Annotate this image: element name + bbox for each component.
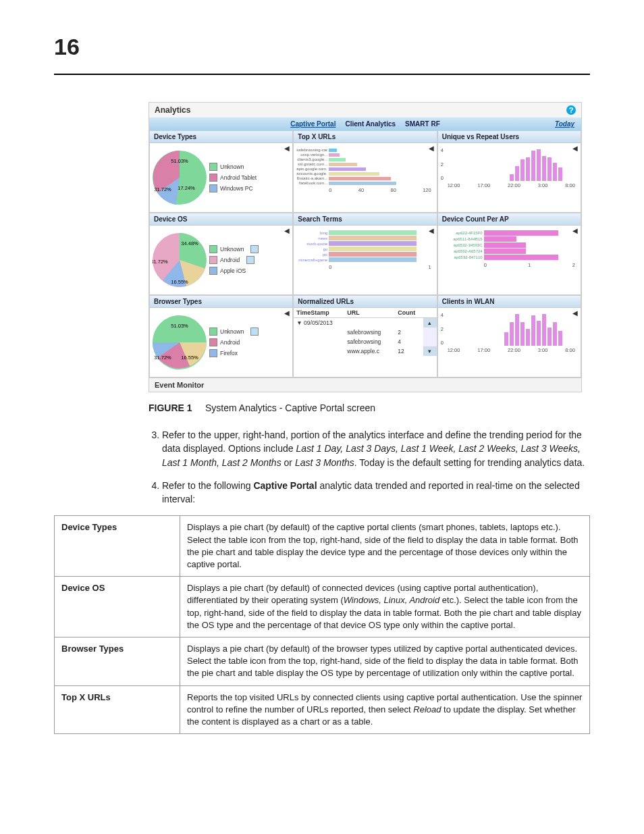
table-row: Top X URLs Reports the top visited URLs … — [55, 685, 590, 734]
analytics-tabs: Captive Portal Client Analytics SMART RF… — [149, 118, 581, 130]
view-toggle-icon[interactable]: ◀ — [572, 145, 578, 152]
svg-text:16.55%: 16.55% — [171, 279, 188, 285]
view-toggle-icon[interactable]: ◀ — [572, 309, 578, 317]
view-toggle-icon[interactable]: ◀ — [284, 227, 290, 234]
browser-types-pie: 51.03% 31.72% 16.55% — [153, 315, 207, 369]
panel-header: Device OS — [150, 213, 292, 226]
legend-label: Unknown — [220, 328, 244, 335]
table-row: Device OS Displays a pie chart (by defau… — [55, 577, 590, 637]
scroll-down-icon[interactable]: ▾ — [423, 346, 437, 356]
desc-device-types: Displays a pie chart (by default) of the… — [180, 516, 590, 577]
legend-label: Android — [220, 257, 240, 263]
svg-text:31.72%: 31.72% — [153, 259, 168, 265]
panel-header: Browser Types — [150, 296, 292, 308]
table-row: Device Types Displays a pie chart (by de… — [55, 516, 590, 577]
legend-label: Unknown — [220, 246, 244, 253]
analytics-screenshot: Analytics ? Captive Portal Client Analyt… — [149, 102, 582, 392]
tab-client-analytics[interactable]: Client Analytics — [345, 120, 396, 128]
figure-label: FIGURE 1 — [149, 402, 192, 413]
panel-unique-vs-repeat: Unique vs Repeat Users ◀ 420 — [437, 130, 581, 213]
table-icon[interactable] — [250, 328, 259, 336]
term-device-os: Device OS — [55, 577, 180, 637]
view-toggle-icon[interactable]: ◀ — [429, 145, 434, 152]
help-icon[interactable]: ? — [566, 105, 576, 115]
definition-table: Device Types Displays a pie chart (by de… — [54, 515, 590, 734]
panel-browser-types: Browser Types ◀ 51.03% 31.72% 16.55% — [149, 295, 293, 377]
legend-label: Android — [220, 339, 240, 346]
legend-label: Firefox — [220, 350, 238, 357]
header-rule — [54, 74, 590, 75]
col-count[interactable]: Count — [395, 308, 423, 317]
panel-header: Top X URLs — [294, 131, 436, 143]
tab-smart-rf[interactable]: SMART RF — [405, 120, 440, 128]
legend-label: Unknown — [220, 163, 244, 170]
svg-text:51.03%: 51.03% — [171, 323, 188, 329]
table-row: Browser Types Displays a pie chart (by d… — [55, 637, 590, 685]
panel-top-x-urls: Top X URLs ◀ safebrowsing-cac... ocsp.ve… — [293, 130, 437, 213]
panel-header: Device Count Per AP — [438, 213, 581, 226]
term-device-types: Device Types — [55, 516, 180, 577]
col-url[interactable]: URL — [344, 308, 395, 317]
page-number: 16 — [54, 34, 590, 60]
desc-browser-types: Displays a pie chart (by default) of the… — [180, 637, 590, 685]
analytics-title-text: Analytics — [155, 105, 190, 115]
tab-captive-portal[interactable]: Captive Portal — [290, 120, 336, 128]
device-types-pie: 51.03% 17.24% 31.72% — [153, 151, 207, 205]
scroll-up-icon[interactable]: ▴ — [423, 318, 437, 328]
legend-label: Android Tablet — [220, 174, 257, 181]
table-icon[interactable] — [246, 256, 254, 264]
period-selector-today[interactable]: Today — [555, 120, 574, 128]
table-icon[interactable] — [250, 245, 259, 253]
svg-text:51.03%: 51.03% — [171, 158, 188, 164]
view-toggle-icon[interactable]: ◀ — [284, 145, 290, 152]
panel-search-terms: Search Terms ◀ bing news stock-quote go … — [293, 213, 437, 295]
device-os-pie: 34.48% 31.72% 16.55% — [153, 233, 207, 287]
analytics-window-title: Analytics ? — [149, 103, 581, 118]
svg-text:17.24%: 17.24% — [178, 185, 195, 191]
panel-clients-in-wlan: Clients in WLAN ◀ 420 — [437, 295, 581, 377]
panel-header: Unique vs Repeat Users — [438, 131, 581, 143]
term-top-x-urls: Top X URLs — [55, 685, 180, 734]
legend-label: Windows PC — [220, 185, 253, 192]
svg-text:34.48%: 34.48% — [181, 240, 198, 246]
panel-header: Device Types — [150, 131, 292, 143]
panel-device-count-per-ap: Device Count Per AP ◀ ap622-4F15F0 ap651… — [437, 213, 581, 295]
term-browser-types: Browser Types — [55, 637, 180, 685]
figure-text: System Analytics - Captive Portal screen — [205, 402, 375, 413]
panel-normalized-urls: Normalized URLs TimeStamp URL Count ▼ 09… — [293, 295, 437, 377]
instruction-steps: Refer to the upper, right-hand, portion … — [149, 428, 590, 506]
panel-device-os: Device OS ◀ 34.48% 31.72% 16.55% Unknown — [149, 213, 293, 295]
desc-top-x-urls: Reports the top visited URLs by connecte… — [180, 685, 590, 734]
col-timestamp[interactable]: TimeStamp — [294, 308, 344, 317]
svg-text:31.72%: 31.72% — [154, 355, 171, 361]
panel-header: Normalized URLs — [294, 296, 436, 308]
svg-text:16.55%: 16.55% — [181, 355, 198, 361]
legend-label: Apple iOS — [220, 267, 246, 274]
figure-caption: FIGURE 1 System Analytics - Captive Port… — [149, 402, 590, 413]
timestamp-cell[interactable]: ▼ 09/05/2013 — [294, 318, 344, 328]
event-monitor-bar[interactable]: Event Monitor — [149, 377, 581, 392]
step-3: Refer to the upper, right-hand, portion … — [162, 428, 590, 469]
view-toggle-icon[interactable]: ◀ — [284, 309, 290, 317]
desc-device-os: Displays a pie chart (by default) of con… — [180, 577, 590, 637]
panel-device-types: Device Types ◀ 51.03% 17.24% 31.72% Unkn… — [149, 130, 293, 213]
view-toggle-icon[interactable]: ◀ — [429, 227, 434, 234]
panel-header: Clients in WLAN — [438, 296, 581, 308]
panel-header: Search Terms — [294, 213, 436, 226]
view-toggle-icon[interactable]: ◀ — [572, 227, 578, 234]
svg-text:31.72%: 31.72% — [154, 186, 171, 192]
step-4: Refer to the following Captive Portal an… — [162, 479, 590, 506]
